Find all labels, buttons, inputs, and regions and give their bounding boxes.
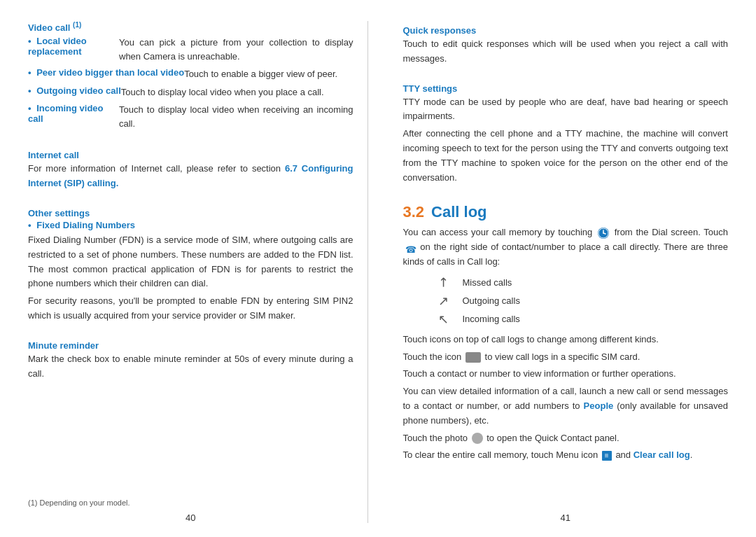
incoming-video-bullet: • Incoming video call Touch to display l… — [28, 103, 354, 130]
left-page: Video call (1) • Local video replacement… — [14, 21, 368, 523]
right-page-number: 41 — [403, 507, 729, 523]
local-video-bullet: • Local video replacement You can pick a… — [28, 36, 354, 63]
call-log-para5: Touch the photo to open the Quick Contac… — [403, 431, 729, 446]
call-log-section: 3.2 Call log You can access your call me… — [403, 200, 729, 466]
missed-calls-row: ↙ Missed calls — [417, 275, 729, 291]
minute-reminder-title: Minute reminder — [28, 340, 354, 351]
quick-responses-section: Quick responses Touch to edit quick resp… — [403, 21, 729, 69]
page-container: Video call (1) • Local video replacement… — [0, 0, 756, 537]
call-types-list: ↙ Missed calls ↗ Outgoing calls ↙ Incomi… — [417, 275, 729, 327]
outgoing-calls-row: ↗ Outgoing calls — [417, 293, 729, 309]
minute-reminder-para: Mark the check box to enable minute remi… — [28, 352, 354, 382]
missed-arrow-icon: ↙ — [434, 274, 452, 292]
left-page-number: 40 — [28, 507, 354, 523]
call-log-para3: Touch a contact or number to view inform… — [403, 367, 729, 382]
call-log-intro: You can access your call memory by touch… — [403, 225, 729, 269]
quick-responses-para: Touch to edit quick responses which will… — [403, 37, 729, 67]
tty-settings-section: TTY settings TTY mode can be used by peo… — [403, 79, 729, 188]
call-log-title-text: Call log — [431, 203, 486, 221]
call-log-para2: Touch the icon to view call logs in a sp… — [403, 350, 729, 365]
call-log-para4: You can view detailed information of a c… — [403, 384, 729, 428]
tty-settings-title: TTY settings — [403, 83, 729, 94]
minute-reminder-section: Minute reminder Mark the check box to en… — [28, 336, 354, 384]
sim-icon — [465, 352, 481, 363]
tty-para2: After connecting the cell phone and a TT… — [403, 127, 729, 185]
svg-line-2 — [603, 233, 606, 234]
call-log-para6: To clear the entire call memory, touch M… — [403, 448, 729, 463]
missed-calls-label: Missed calls — [463, 277, 512, 288]
left-footer: (1) Depending on your model. 40 — [28, 484, 354, 523]
call-log-para1: Touch icons on top of call logs to chang… — [403, 333, 729, 347]
photo-icon — [472, 433, 483, 444]
local-video-label: Local video replacement — [28, 36, 87, 57]
phone-icon: ☎ — [405, 243, 415, 253]
footnote: (1) Depending on your model. — [28, 498, 354, 507]
incoming-video-desc: Touch to display local video when receiv… — [119, 103, 354, 130]
peer-video-bullet: • Peer video bigger than local video Tou… — [28, 67, 354, 81]
incoming-video-label: Incoming video call — [28, 103, 104, 124]
other-settings-section: Other settings • Fixed Dialing Numbers F… — [28, 204, 354, 326]
clock-icon — [598, 228, 609, 239]
incoming-calls-row: ↙ Incoming calls — [417, 312, 729, 327]
fixed-dialing-label: Fixed Dialing Numbers — [36, 220, 135, 230]
incoming-calls-label: Incoming calls — [463, 314, 520, 324]
outgoing-video-desc: Touch to display local video when you pl… — [121, 85, 324, 99]
local-video-desc: You can pick a picture from your collect… — [119, 36, 354, 63]
fixed-dialing-para1: Fixed Dialing Number (FDN) is a service … — [28, 233, 354, 291]
peer-video-desc: Touch to enable a bigger view of peer. — [184, 67, 337, 81]
peer-video-label: Peer video bigger than local video — [36, 67, 184, 78]
outgoing-video-bullet: • Outgoing video call Touch to display l… — [28, 85, 354, 99]
outgoing-calls-label: Outgoing calls — [463, 295, 520, 306]
right-page: Quick responses Touch to edit quick resp… — [389, 21, 743, 523]
internet-call-section: Internet call For more information of In… — [28, 146, 354, 194]
internet-call-title: Internet call — [28, 150, 354, 160]
call-log-heading: 3.2 Call log — [403, 203, 729, 221]
video-call-section: Video call (1) • Local video replacement… — [28, 21, 354, 134]
call-log-number: 3.2 — [403, 203, 425, 221]
outgoing-arrow-icon: ↗ — [438, 293, 449, 309]
outgoing-video-label: Outgoing video call — [36, 85, 121, 96]
quick-responses-title: Quick responses — [403, 25, 729, 36]
video-call-title: Video call (1) — [28, 21, 354, 33]
menu-icon: ≡ — [602, 451, 612, 461]
other-settings-title: Other settings — [28, 208, 354, 218]
tty-para1: TTY mode can be used by people who are d… — [403, 95, 729, 125]
fixed-dialing-bullet: • Fixed Dialing Numbers — [28, 220, 354, 230]
incoming-arrow-icon: ↙ — [435, 314, 451, 324]
right-footer: 41 — [403, 507, 729, 523]
internet-call-paragraph: For more information of Internet call, p… — [28, 162, 354, 191]
fixed-dialing-para2: For security reasons, you'll be prompted… — [28, 294, 354, 323]
